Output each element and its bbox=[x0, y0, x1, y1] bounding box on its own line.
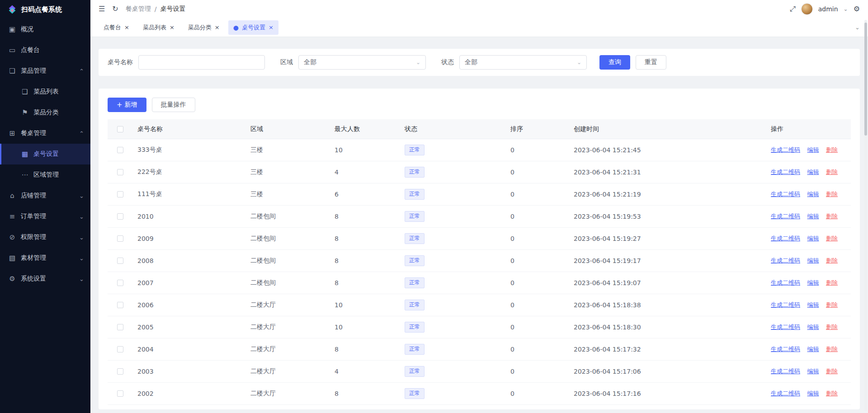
row-checkbox[interactable] bbox=[117, 258, 123, 264]
cell-actions: 生成二维码 编辑 删除 bbox=[766, 390, 851, 398]
sidebar-item-系统设置[interactable]: ⚙ 系统设置 ⌄ bbox=[0, 268, 90, 289]
generate-qrcode-link[interactable]: 生成二维码 bbox=[771, 235, 800, 242]
breadcrumb-item-parent[interactable]: 餐桌管理 bbox=[126, 5, 151, 13]
edit-link[interactable]: 编辑 bbox=[807, 301, 819, 308]
tab-菜品分类[interactable]: 菜品分类 × bbox=[183, 20, 225, 35]
row-checkbox[interactable] bbox=[117, 346, 123, 352]
tab-桌号设置[interactable]: ● 桌号设置 × bbox=[228, 20, 278, 35]
sidebar-item-权限管理[interactable]: ⊘ 权限管理 ⌄ bbox=[0, 227, 90, 248]
generate-qrcode-link[interactable]: 生成二维码 bbox=[771, 346, 800, 352]
delete-link[interactable]: 删除 bbox=[826, 257, 838, 264]
edit-link[interactable]: 编辑 bbox=[807, 191, 819, 197]
generate-qrcode-link[interactable]: 生成二维码 bbox=[771, 368, 800, 375]
delete-link[interactable]: 删除 bbox=[826, 346, 838, 352]
generate-qrcode-link[interactable]: 生成二维码 bbox=[771, 213, 800, 220]
edit-link[interactable]: 编辑 bbox=[807, 169, 819, 175]
row-checkbox[interactable] bbox=[117, 191, 123, 197]
sidebar-item-概况[interactable]: ▣ 概况 bbox=[0, 19, 90, 40]
hamburger-menu-icon[interactable]: ☰ bbox=[99, 5, 105, 13]
delete-link[interactable]: 删除 bbox=[826, 279, 838, 286]
generate-qrcode-link[interactable]: 生成二维码 bbox=[771, 301, 800, 308]
area-select[interactable]: 全部 ⌄ bbox=[298, 55, 426, 70]
generate-qrcode-link[interactable]: 生成二维码 bbox=[771, 257, 800, 264]
delete-link[interactable]: 删除 bbox=[826, 301, 838, 308]
search-button[interactable]: 查询 bbox=[599, 55, 630, 70]
cell-sort: 0 bbox=[506, 169, 569, 176]
delete-link[interactable]: 删除 bbox=[826, 169, 838, 175]
cell-status: 正常 bbox=[400, 211, 506, 222]
delete-link[interactable]: 删除 bbox=[826, 324, 838, 330]
gear-icon[interactable]: ⚙ bbox=[854, 5, 860, 13]
dish-icon: ❏ bbox=[8, 67, 16, 75]
generate-qrcode-link[interactable]: 生成二维码 bbox=[771, 169, 800, 175]
sidebar-item-店铺管理[interactable]: ⌂ 店铺管理 ⌄ bbox=[0, 185, 90, 206]
tab-close-icon[interactable]: × bbox=[269, 24, 274, 31]
cell-created-time: 2023-06-04 15:17:16 bbox=[569, 390, 766, 397]
add-button[interactable]: + 新增 bbox=[108, 98, 146, 112]
edit-link[interactable]: 编辑 bbox=[807, 146, 819, 153]
cell-status: 正常 bbox=[400, 167, 506, 178]
select-all-checkbox[interactable] bbox=[117, 126, 123, 132]
status-select[interactable]: 全部 ⌄ bbox=[459, 55, 587, 70]
table-name-input[interactable] bbox=[139, 56, 264, 69]
cell-sort: 0 bbox=[506, 146, 569, 154]
batch-operation-button[interactable]: 批量操作 bbox=[152, 98, 195, 112]
generate-qrcode-link[interactable]: 生成二维码 bbox=[771, 279, 800, 286]
sidebar-item-点餐台[interactable]: ▭ 点餐台 bbox=[0, 40, 90, 61]
reset-button[interactable]: 重置 bbox=[636, 55, 666, 70]
table-row: 2009 二楼包间 8 正常 0 2023-06-04 15:19:27 生成二… bbox=[108, 228, 851, 250]
delete-link[interactable]: 删除 bbox=[826, 213, 838, 220]
edit-link[interactable]: 编辑 bbox=[807, 235, 819, 242]
main-area: ☰ ↻ 餐桌管理 / 桌号设置 ⤢ admin ⌄ ⚙ 点餐台 × 菜品列表 × bbox=[90, 0, 868, 413]
scrollbar-thumb[interactable] bbox=[864, 23, 867, 136]
sidebar-item-菜品列表[interactable]: ❑ 菜品列表 bbox=[0, 81, 90, 102]
tab-close-icon[interactable]: × bbox=[124, 24, 129, 31]
edit-link[interactable]: 编辑 bbox=[807, 324, 819, 330]
sidebar-item-素材管理[interactable]: ▧ 素材管理 ⌄ bbox=[0, 248, 90, 268]
row-checkbox[interactable] bbox=[117, 280, 123, 286]
delete-link[interactable]: 删除 bbox=[826, 390, 838, 397]
chevron-down-icon[interactable]: ⌄ bbox=[844, 6, 848, 12]
edit-link[interactable]: 编辑 bbox=[807, 346, 819, 352]
refresh-icon[interactable]: ↻ bbox=[112, 5, 118, 13]
row-checkbox-cell bbox=[108, 169, 133, 175]
edit-link[interactable]: 编辑 bbox=[807, 257, 819, 264]
avatar[interactable] bbox=[801, 3, 813, 15]
sidebar-item-桌号设置[interactable]: ▦ 桌号设置 bbox=[0, 144, 90, 164]
row-checkbox[interactable] bbox=[117, 324, 123, 330]
sidebar-item-订单管理[interactable]: ≡ 订单管理 ⌄ bbox=[0, 206, 90, 227]
generate-qrcode-link[interactable]: 生成二维码 bbox=[771, 146, 800, 153]
row-checkbox[interactable] bbox=[117, 147, 123, 153]
tab-菜品列表[interactable]: 菜品列表 × bbox=[138, 20, 179, 35]
sidebar-nav: ▣ 概况 ▭ 点餐台 ❏ 菜品管理 ⌃ ❑ 菜品列表 ⚑ 菜品分类 ⊞ 餐桌管理… bbox=[0, 19, 90, 289]
row-checkbox[interactable] bbox=[117, 169, 123, 175]
generate-qrcode-link[interactable]: 生成二维码 bbox=[771, 390, 800, 397]
row-checkbox[interactable] bbox=[117, 302, 123, 308]
row-checkbox[interactable] bbox=[117, 390, 123, 397]
sidebar-item-区域管理[interactable]: ⋯ 区域管理 bbox=[0, 164, 90, 185]
edit-link[interactable]: 编辑 bbox=[807, 368, 819, 375]
edit-link[interactable]: 编辑 bbox=[807, 279, 819, 286]
delete-link[interactable]: 删除 bbox=[826, 235, 838, 242]
delete-link[interactable]: 删除 bbox=[826, 146, 838, 153]
delete-link[interactable]: 删除 bbox=[826, 191, 838, 197]
sidebar-item-菜品管理[interactable]: ❏ 菜品管理 ⌃ bbox=[0, 61, 90, 81]
tab-点餐台[interactable]: 点餐台 × bbox=[99, 20, 134, 35]
row-checkbox[interactable] bbox=[117, 235, 123, 242]
tabbar-collapse-icon[interactable]: ⌄ bbox=[855, 24, 860, 31]
tab-close-icon[interactable]: × bbox=[170, 24, 175, 31]
row-checkbox[interactable] bbox=[117, 368, 123, 375]
generate-qrcode-link[interactable]: 生成二维码 bbox=[771, 324, 800, 330]
tab-close-icon[interactable]: × bbox=[215, 24, 220, 31]
row-checkbox-cell bbox=[108, 191, 133, 197]
row-checkbox[interactable] bbox=[117, 213, 123, 220]
edit-link[interactable]: 编辑 bbox=[807, 213, 819, 220]
delete-link[interactable]: 删除 bbox=[826, 368, 838, 375]
edit-link[interactable]: 编辑 bbox=[807, 390, 819, 397]
sidebar-item-菜品分类[interactable]: ⚑ 菜品分类 bbox=[0, 102, 90, 123]
generate-qrcode-link[interactable]: 生成二维码 bbox=[771, 191, 800, 197]
cell-actions: 生成二维码 编辑 删除 bbox=[766, 323, 851, 331]
fullscreen-icon[interactable]: ⤢ bbox=[790, 5, 796, 13]
sidebar-item-餐桌管理[interactable]: ⊞ 餐桌管理 ⌃ bbox=[0, 123, 90, 144]
user-name[interactable]: admin bbox=[818, 5, 838, 13]
